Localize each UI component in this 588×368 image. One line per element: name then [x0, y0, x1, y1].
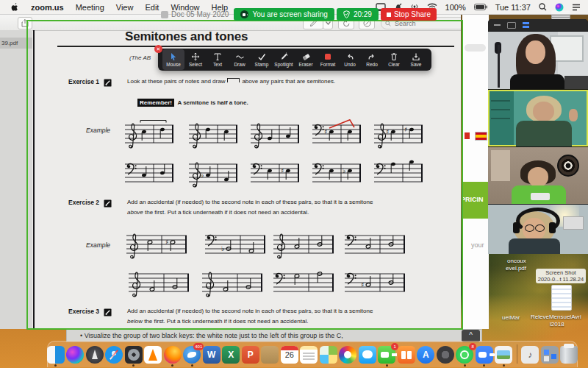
desktop-file-label[interactable]: uelMar [502, 314, 520, 321]
share-icon[interactable] [18, 17, 32, 29]
running-indicator [171, 364, 173, 367]
exercise2-line1: Add an accidental (if needed) to the sec… [127, 199, 373, 205]
dock-firefox-icon[interactable] [164, 346, 182, 364]
dock-app-store-icon[interactable]: A [417, 346, 434, 364]
dock-music-file-icon[interactable]: ♪ [521, 346, 539, 364]
shelves [491, 100, 510, 102]
tool-stamp[interactable]: Stamp [251, 49, 273, 70]
spain-flag-icon[interactable] [475, 132, 487, 141]
dock-system-preferences-icon[interactable] [437, 346, 454, 364]
sharing-indicator: You are screen sharing [234, 8, 334, 21]
dock-maps-icon[interactable] [320, 346, 337, 364]
dock-facetime-icon[interactable]: 1 [378, 346, 395, 364]
tool-eraser[interactable]: Eraser [295, 49, 317, 70]
thumbs-up-hand [569, 109, 578, 121]
dock-powerpoint-icon[interactable]: P [242, 346, 259, 364]
tool-save[interactable]: Save [405, 49, 427, 70]
participant-video-2-active[interactable] [488, 90, 588, 146]
glasses-lens-right [535, 224, 545, 232]
exercise2-checkbox-icon [104, 197, 112, 205]
exercise3-line2: below the first. Put a tick underneath i… [127, 318, 308, 325]
line2-rest: the first. Put a tick underneath if it d… [143, 209, 309, 216]
video-panel-header[interactable] [488, 19, 588, 31]
dock-notes-icon[interactable] [300, 346, 318, 364]
tool-text[interactable]: Text [207, 49, 229, 70]
dock-folder-icon[interactable] [261, 346, 279, 364]
dock-word-icon[interactable]: W [203, 346, 220, 364]
wall-frame [563, 216, 584, 230]
tool-spotlight[interactable]: Spotlight [273, 49, 295, 70]
menu-item-edit[interactable]: Edit [145, 3, 159, 12]
background-webpage: PRICIN your [462, 15, 489, 329]
redo-icon [368, 52, 376, 61]
tool-format[interactable]: Format [317, 49, 339, 70]
dock-thunderbird-icon[interactable]: 401 [183, 346, 201, 364]
dock-siri-icon[interactable] [66, 346, 84, 364]
zoom-logo-icon [240, 10, 248, 18]
dock-trash-icon[interactable] [560, 346, 578, 364]
pricing-button[interactable]: PRICIN [462, 182, 489, 219]
menu-clock[interactable]: Tue 11:37 [495, 3, 531, 12]
running-indicator [54, 364, 57, 367]
participant-video-4[interactable] [488, 205, 588, 254]
participant-face [528, 167, 548, 187]
shield-icon [343, 10, 350, 18]
desktop-file-label[interactable]: oncoux [507, 258, 526, 264]
tool-select[interactable]: Select [184, 49, 207, 70]
speaker-view-icon[interactable] [523, 22, 529, 28]
minimize-icon[interactable] [494, 24, 501, 26]
dock-excel-icon[interactable]: X [222, 346, 240, 364]
dock-calendar-icon[interactable]: 26 [281, 346, 298, 364]
headphone-cup-left [513, 222, 520, 233]
notification-center-icon[interactable] [572, 4, 581, 11]
exercise2-label: Exercise 2 [68, 199, 99, 206]
dock-books-icon[interactable] [398, 346, 415, 364]
spotlight-search-icon[interactable] [539, 3, 547, 11]
participant-body [509, 238, 560, 254]
tool-redo[interactable]: Redo [361, 49, 383, 70]
close-icon[interactable]: ✕ [154, 45, 162, 53]
dock-safari-icon[interactable] [105, 346, 123, 364]
menu-item-meeting[interactable]: Meeting [76, 3, 104, 12]
stop-share-button[interactable]: Stop Share [381, 8, 437, 21]
dock-launchpad-icon[interactable] [86, 346, 104, 364]
pricing-label: PRICIN [462, 196, 484, 203]
participant-video-3[interactable] [488, 147, 588, 204]
dock-zoom-icon[interactable] [476, 346, 493, 364]
dock-finder-icon[interactable] [47, 346, 65, 364]
participant-body [510, 74, 564, 89]
semitone-bracket-glyph [227, 78, 240, 82]
battery-percent: 100% [445, 3, 466, 12]
apple-menu-icon[interactable] [10, 2, 19, 12]
gallery-view-icon[interactable] [507, 22, 516, 29]
stop-share-label: Stop Share [394, 10, 431, 18]
screenshot-file-label[interactable]: Screen Shot 2020-0...t 11.28.24 [536, 269, 586, 283]
dock-disk-utility-icon[interactable] [125, 346, 143, 364]
dock-photos-icon[interactable] [339, 346, 356, 364]
tool-undo[interactable]: Undo [339, 49, 361, 70]
siri-icon[interactable] [555, 3, 564, 12]
background-window [491, 150, 510, 181]
doc-icon [161, 11, 168, 18]
tool-draw[interactable]: Draw [229, 49, 251, 70]
running-indicator [464, 364, 466, 367]
desktop-file-label[interactable]: l2018 [550, 321, 564, 328]
desktop-file-label[interactable]: evel.pdf [506, 265, 526, 272]
dock-screenshot-tool-icon[interactable] [541, 346, 559, 364]
search-icon [385, 21, 391, 26]
dock-whatsapp-icon[interactable]: 8 [456, 346, 473, 364]
tool-mouse[interactable]: Mouse [162, 49, 184, 70]
glasses-lens-left [525, 224, 534, 232]
tool-clear[interactable]: Clear [383, 49, 405, 70]
desktop-file-label[interactable]: ReleveMensuelAvri [531, 314, 581, 320]
participant-video-1[interactable] [488, 32, 588, 89]
document-file-icon[interactable] [551, 285, 572, 311]
dartboard [557, 155, 579, 177]
dock-messages-icon[interactable] [359, 346, 376, 364]
sidebar-file-item[interactable]: 39.pdf [0, 38, 32, 49]
menu-app-name[interactable]: zoom.us [31, 3, 64, 12]
menu-item-view[interactable]: View [116, 3, 134, 12]
dock-preview-app-icon[interactable] [495, 346, 512, 364]
dock-vlc-icon[interactable] [144, 346, 162, 364]
exercise1-instruction: Look at these pairs of notes and drawabo… [127, 78, 335, 85]
